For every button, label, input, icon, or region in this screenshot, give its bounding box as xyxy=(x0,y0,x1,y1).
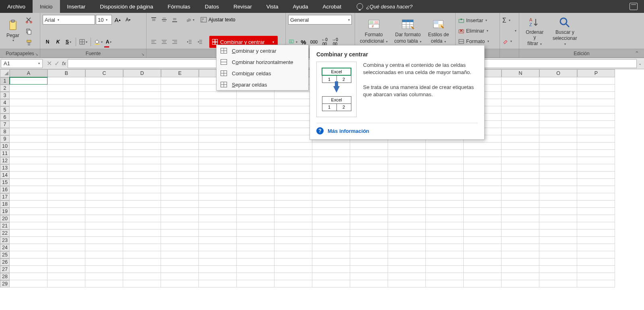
cell[interactable] xyxy=(85,280,123,287)
cell[interactable] xyxy=(199,186,237,193)
cell[interactable] xyxy=(539,135,577,143)
tell-me[interactable]: ¿Qué desea hacer? xyxy=(357,3,413,10)
cell[interactable] xyxy=(47,172,85,179)
cell[interactable] xyxy=(237,157,275,164)
tab-formulas[interactable]: Fórmulas xyxy=(160,0,197,13)
cell[interactable] xyxy=(502,229,539,237)
row-header[interactable]: 15 xyxy=(0,179,10,186)
cell[interactable] xyxy=(502,128,539,135)
cell[interactable] xyxy=(161,193,199,200)
cell[interactable] xyxy=(539,208,577,215)
cell[interactable] xyxy=(464,244,502,251)
column-header[interactable]: D xyxy=(123,69,161,77)
cell[interactable] xyxy=(502,222,539,229)
cell[interactable] xyxy=(312,266,350,273)
cancel-formula-icon[interactable]: ✕ xyxy=(47,60,52,67)
row-header[interactable]: 6 xyxy=(0,114,10,121)
cell[interactable] xyxy=(312,200,350,208)
cell[interactable] xyxy=(10,215,47,222)
cell[interactable] xyxy=(161,200,199,208)
fill-color-button[interactable]: ▾ xyxy=(93,37,103,47)
cell[interactable] xyxy=(539,150,577,157)
cell[interactable] xyxy=(199,179,237,186)
cell[interactable] xyxy=(123,99,161,106)
cell[interactable] xyxy=(161,251,199,258)
cell[interactable] xyxy=(161,92,199,99)
cell[interactable] xyxy=(350,273,388,280)
column-header[interactable]: P xyxy=(577,69,615,77)
row-header[interactable]: 21 xyxy=(0,222,10,229)
cell[interactable] xyxy=(312,251,350,258)
dialog-launcher-icon[interactable]: ↘ xyxy=(35,52,38,56)
cell[interactable] xyxy=(10,229,47,237)
column-header[interactable]: C xyxy=(85,69,123,77)
cell[interactable] xyxy=(199,164,237,172)
cell[interactable] xyxy=(312,208,350,215)
cell[interactable] xyxy=(539,200,577,208)
cell[interactable] xyxy=(85,164,123,172)
share-icon[interactable] xyxy=(630,3,638,10)
cell[interactable] xyxy=(577,150,615,157)
cell[interactable] xyxy=(85,273,123,280)
expand-formula-bar-button[interactable]: ⌄ xyxy=(638,61,642,66)
decrease-indent-button[interactable] xyxy=(184,37,194,47)
tab-inicio[interactable]: Inicio xyxy=(33,0,60,13)
cell[interactable] xyxy=(464,273,502,280)
cell[interactable] xyxy=(539,77,577,85)
cell[interactable] xyxy=(237,99,275,106)
tab-revisar[interactable]: Revisar xyxy=(226,0,259,13)
cell[interactable] xyxy=(502,200,539,208)
name-box[interactable]: A1▾ xyxy=(1,59,43,68)
cell[interactable] xyxy=(123,150,161,157)
cell[interactable] xyxy=(312,193,350,200)
tab-insertar[interactable]: Insertar xyxy=(60,0,93,13)
cell[interactable] xyxy=(502,172,539,179)
cell[interactable] xyxy=(577,186,615,193)
cell[interactable] xyxy=(161,258,199,266)
cell[interactable] xyxy=(85,244,123,251)
cell[interactable] xyxy=(539,251,577,258)
cell[interactable] xyxy=(10,280,47,287)
cell[interactable] xyxy=(502,179,539,186)
cell[interactable] xyxy=(237,92,275,99)
cell[interactable] xyxy=(426,273,464,280)
cell[interactable] xyxy=(199,266,237,273)
cell[interactable] xyxy=(577,251,615,258)
cell[interactable] xyxy=(85,200,123,208)
cell[interactable] xyxy=(388,208,426,215)
cell[interactable] xyxy=(47,164,85,172)
cell[interactable] xyxy=(123,106,161,114)
cell[interactable] xyxy=(426,193,464,200)
cell[interactable] xyxy=(123,229,161,237)
cell[interactable] xyxy=(577,77,615,85)
merge-and-center-item[interactable]: Combinar y centrar xyxy=(217,45,308,56)
cell[interactable] xyxy=(275,244,312,251)
cell[interactable] xyxy=(539,179,577,186)
cell[interactable] xyxy=(85,114,123,121)
cell[interactable] xyxy=(85,237,123,244)
cell[interactable] xyxy=(350,172,388,179)
row-header[interactable]: 9 xyxy=(0,135,10,143)
cell[interactable] xyxy=(426,266,464,273)
cell[interactable] xyxy=(350,244,388,251)
cell[interactable] xyxy=(10,150,47,157)
cell[interactable] xyxy=(464,251,502,258)
cell[interactable] xyxy=(577,143,615,150)
cell[interactable] xyxy=(123,244,161,251)
cell[interactable] xyxy=(85,229,123,237)
cell[interactable] xyxy=(502,150,539,157)
cell[interactable] xyxy=(123,179,161,186)
cell[interactable] xyxy=(123,164,161,172)
cell[interactable] xyxy=(350,229,388,237)
cell[interactable] xyxy=(426,229,464,237)
cell[interactable] xyxy=(539,106,577,114)
cell[interactable] xyxy=(47,143,85,150)
cell[interactable] xyxy=(123,157,161,164)
cell[interactable] xyxy=(47,114,85,121)
cell[interactable] xyxy=(47,237,85,244)
cell[interactable] xyxy=(85,222,123,229)
cell[interactable] xyxy=(502,164,539,172)
cell[interactable] xyxy=(85,193,123,200)
cell[interactable] xyxy=(350,251,388,258)
cell[interactable] xyxy=(47,99,85,106)
